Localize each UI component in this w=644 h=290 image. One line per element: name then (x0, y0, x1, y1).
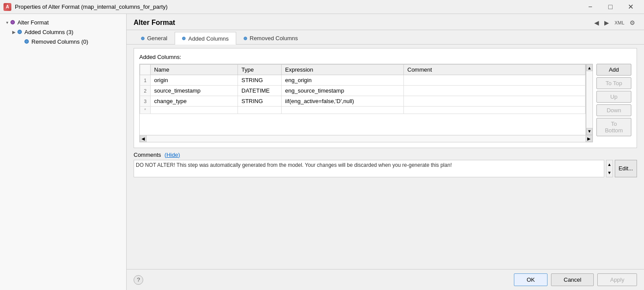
horizontal-scrollbar[interactable]: ◀ ▶ (139, 135, 593, 142)
comments-scroll-down[interactable]: ▼ (606, 169, 613, 177)
sidebar-label-removed-columns: Removed Columns (0) (31, 38, 88, 45)
scroll-left-button[interactable]: ◀ (140, 135, 147, 142)
window-title: Properties of Alter Format (map_internal… (15, 3, 580, 10)
cell-name-3[interactable]: change_type (151, 96, 238, 107)
up-button[interactable]: Up (596, 91, 631, 103)
sidebar-item-alter-format[interactable]: ▾ Alter Format (0, 17, 126, 27)
apply-button[interactable]: Apply (597, 273, 637, 286)
scroll-right-button[interactable]: ▶ (585, 135, 592, 142)
sidebar-item-removed-columns[interactable]: ▶ Removed Columns (0) (0, 37, 126, 46)
title-bar: A Properties of Alter Format (map_intern… (0, 0, 644, 14)
table-row-new[interactable]: * (140, 107, 585, 114)
table-area: Name Type Expression Comment 1 (139, 64, 631, 142)
tab-general[interactable]: General (134, 32, 175, 44)
side-buttons: Add To Top Up Down To Bottom (596, 64, 631, 142)
comments-input-area: ▲ ▼ Edit... (134, 160, 637, 177)
row-num-star: * (140, 107, 151, 114)
cell-type-3[interactable]: STRING (238, 96, 282, 107)
content-area: Alter Format ◀ ▶ XML ⚙ General Added Col… (127, 14, 644, 290)
cell-expression-2[interactable]: eng_source_timestamp (282, 86, 404, 96)
scroll-up-button[interactable]: ▲ (586, 64, 592, 71)
to-top-button[interactable]: To Top (596, 77, 631, 89)
sidebar: ▾ Alter Format ▶ Added Columns (3) ▶ Rem… (0, 14, 127, 290)
window-controls: − □ ✕ (580, 0, 641, 14)
scroll-horiz-track (147, 135, 585, 142)
content-header: Alter Format ◀ ▶ XML ⚙ (127, 14, 644, 30)
col-header-type: Type (238, 65, 282, 75)
row-num-3: 3 (140, 96, 151, 107)
toggle-added-columns[interactable]: ▶ (10, 28, 17, 35)
header-actions: ◀ ▶ XML ⚙ (592, 18, 637, 27)
tab-dot-removed-columns (244, 37, 247, 40)
cell-type-2[interactable]: DATETIME (238, 86, 282, 96)
help-button[interactable]: ? (134, 275, 143, 285)
vertical-scrollbar[interactable]: ▲ ▼ (586, 64, 593, 135)
sidebar-label-alter-format: Alter Format (17, 19, 49, 26)
comments-scrollbar: ▲ ▼ (606, 160, 613, 177)
spacer (127, 181, 644, 269)
cell-type-1[interactable]: STRING (238, 75, 282, 86)
footer: ? OK Cancel Apply (127, 269, 644, 290)
forward-button[interactable]: ▶ (603, 18, 611, 27)
down-button[interactable]: Down (596, 104, 631, 116)
minimize-button[interactable]: − (580, 0, 600, 14)
comments-label: Comments (134, 152, 161, 158)
comments-edit-button[interactable]: Edit... (615, 160, 637, 177)
comments-header: Comments (Hide) (134, 152, 637, 158)
cell-name-2[interactable]: source_timestamp (151, 86, 238, 96)
cell-expression-1[interactable]: eng_origin (282, 75, 404, 86)
col-header-name: Name (151, 65, 238, 75)
table-row[interactable]: 1 origin STRING eng_origin (140, 75, 585, 86)
dot-added-columns (17, 30, 22, 34)
tab-dot-added-columns (182, 37, 186, 40)
scroll-track (586, 71, 592, 128)
dot-removed-columns (24, 39, 29, 44)
cell-type-new[interactable] (238, 107, 282, 114)
sidebar-label-added-columns: Added Columns (3) (24, 29, 73, 35)
to-bottom-button[interactable]: To Bottom (596, 118, 631, 136)
table-row[interactable]: 3 change_type STRING iif(eng_active=fals… (140, 96, 585, 107)
xml-button[interactable]: XML (613, 19, 626, 26)
cell-comment-3[interactable] (404, 96, 585, 107)
table-row[interactable]: 2 source_timestamp DATETIME eng_source_t… (140, 86, 585, 96)
main-panel: Added Columns: Name Type Exp (134, 48, 637, 148)
tab-added-columns[interactable]: Added Columns (175, 32, 236, 45)
tab-dot-general (141, 37, 145, 40)
tabs-bar: General Added Columns Removed Columns (127, 30, 644, 45)
maximize-button[interactable]: □ (600, 0, 620, 14)
scroll-down-button[interactable]: ▼ (586, 128, 592, 135)
ok-button[interactable]: OK (514, 273, 548, 286)
tab-label-removed-columns: Removed Columns (250, 35, 298, 41)
cell-comment-2[interactable] (404, 86, 585, 96)
cancel-button[interactable]: Cancel (551, 273, 594, 286)
add-button[interactable]: Add (596, 64, 631, 76)
cell-expression-3[interactable]: iif(eng_active=false,'D',null) (282, 96, 404, 107)
toggle-alter-format[interactable]: ▾ (3, 19, 10, 26)
dot-alter-format (10, 20, 15, 24)
col-header-comment: Comment (404, 65, 585, 75)
comments-hide-link[interactable]: (Hide) (165, 152, 180, 158)
cell-comment-new[interactable] (404, 107, 585, 114)
row-num-2: 2 (140, 86, 151, 96)
data-table: Name Type Expression Comment 1 (140, 64, 585, 114)
cell-name-new[interactable] (151, 107, 238, 114)
close-button[interactable]: ✕ (620, 0, 641, 14)
content-title: Alter Format (134, 19, 175, 27)
settings-button[interactable]: ⚙ (628, 18, 637, 27)
panel-label: Added Columns: (139, 54, 631, 60)
comments-textarea[interactable] (134, 160, 604, 177)
cell-comment-1[interactable] (404, 75, 585, 86)
app-icon: A (3, 3, 11, 11)
tab-removed-columns[interactable]: Removed Columns (236, 32, 306, 44)
comments-scroll-up[interactable]: ▲ (606, 160, 613, 169)
sidebar-item-added-columns[interactable]: ▶ Added Columns (3) (0, 27, 126, 37)
cell-name-1[interactable]: origin (151, 75, 238, 86)
footer-right: OK Cancel Apply (514, 273, 637, 286)
data-table-wrapper: Name Type Expression Comment 1 (139, 64, 586, 135)
cell-expression-new[interactable] (282, 107, 404, 114)
row-num-1: 1 (140, 75, 151, 86)
back-button[interactable]: ◀ (592, 18, 601, 27)
tab-label-general: General (147, 35, 167, 41)
tab-label-added-columns: Added Columns (188, 35, 229, 42)
col-header-num (140, 65, 151, 75)
